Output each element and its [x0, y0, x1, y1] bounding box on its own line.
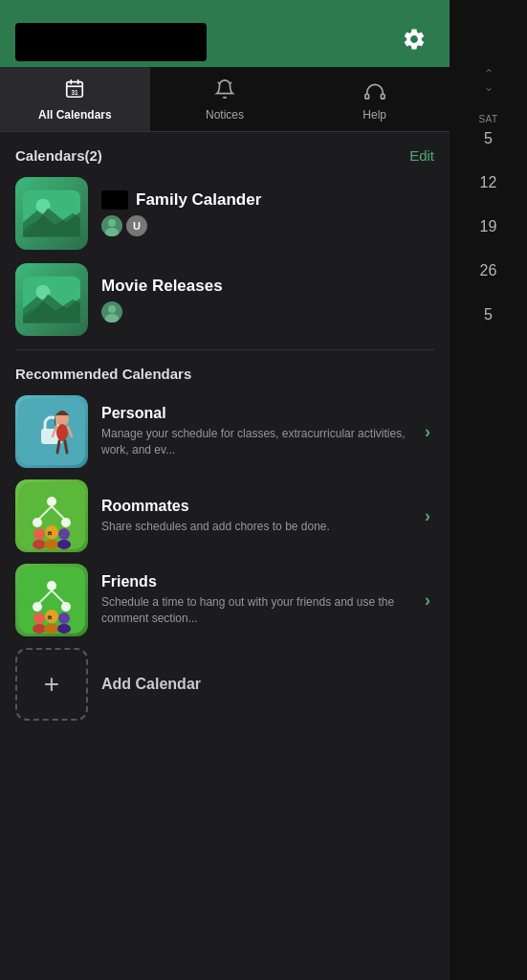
rec-item-friends[interactable]: Friends Schedule a time to hang out with… [15, 564, 434, 636]
tab-notices[interactable]: Notices [150, 67, 300, 131]
svg-point-36 [61, 518, 71, 527]
personal-info: Personal Manage your schedule for classe… [101, 405, 411, 458]
friends-title: Friends [101, 573, 411, 590]
svg-point-41 [58, 528, 70, 540]
avatar-user1 [101, 215, 122, 236]
svg-line-31 [57, 441, 59, 453]
svg-point-46 [47, 581, 56, 590]
calendars-section-header: Calendars(2) Edit [15, 147, 434, 164]
day-12: 12 [480, 174, 497, 191]
gear-icon [402, 27, 427, 52]
svg-point-52 [45, 610, 58, 623]
day-5-first: 5 [484, 130, 493, 147]
tab-notices-label: Notices [206, 108, 244, 122]
svg-line-6 [231, 82, 232, 84]
roommates-title: Roommates [101, 498, 411, 515]
friends-desc: Schedule a time to hang out with your fr… [101, 594, 411, 627]
family-calendar-name: Family Calander [101, 190, 434, 210]
movies-calendar-info: Movie Releases [101, 277, 434, 323]
sat-label: SAT [478, 114, 497, 124]
roommates-desc: Share schedules and add chores to be don… [101, 519, 411, 535]
svg-line-5 [218, 82, 220, 84]
avatar-user2: U [126, 215, 147, 236]
svg-text:31: 31 [72, 89, 79, 96]
tab-all-calendars[interactable]: 31 All Calendars [0, 67, 150, 131]
family-calendar-info: Family Calander U [101, 190, 434, 236]
svg-point-47 [33, 602, 42, 612]
chevron-up-icon: ⌃ [484, 67, 494, 80]
family-calendar-thumb [15, 177, 88, 250]
family-calendar-avatars: U [101, 215, 434, 236]
svg-point-56 [57, 624, 71, 634]
notices-icon [214, 78, 235, 104]
calendar-icon: 31 [64, 78, 85, 104]
personal-thumb [15, 395, 88, 468]
friends-info: Friends Schedule a time to hang out with… [101, 573, 411, 627]
svg-point-55 [44, 624, 59, 634]
movies-calendar-name: Movie Releases [101, 277, 434, 296]
svg-point-42 [33, 540, 46, 549]
family-calendar-black-bar [101, 190, 128, 210]
content-area: Calendars(2) Edit Family Calander [0, 132, 450, 980]
roommates-chevron-icon: › [425, 506, 430, 526]
movies-calendar-thumb [15, 263, 88, 336]
tab-all-calendars-label: All Calendars [38, 108, 112, 122]
roommates-thumb [15, 479, 88, 552]
edit-button[interactable]: Edit [409, 147, 434, 164]
add-calendar-item[interactable]: + Add Calendar [15, 648, 434, 721]
svg-point-23 [108, 305, 116, 313]
svg-point-44 [57, 540, 71, 549]
settings-button[interactable] [394, 19, 434, 62]
avatar-movies-user1 [101, 301, 122, 323]
personal-title: Personal [101, 405, 411, 422]
section-divider [15, 349, 434, 350]
right-sidebar: ⌃ ⌄ SAT 5 12 19 26 5 [450, 0, 527, 980]
day-5-second: 5 [484, 306, 493, 323]
tab-bar: 31 All Calendars Notices [0, 67, 450, 132]
svg-point-40 [45, 525, 58, 539]
header [0, 0, 450, 67]
svg-point-15 [108, 219, 116, 227]
svg-point-51 [33, 612, 45, 624]
svg-rect-7 [365, 95, 369, 100]
svg-rect-8 [381, 95, 384, 100]
day-26: 26 [480, 262, 497, 279]
svg-point-48 [61, 602, 71, 612]
header-logo-bar [15, 23, 207, 61]
svg-point-34 [47, 497, 56, 506]
roommates-info: Roommates Share schedules and add chores… [101, 498, 411, 535]
svg-point-54 [33, 624, 46, 634]
movies-calendar-avatars [101, 301, 434, 323]
tab-help-label: Help [362, 108, 386, 122]
svg-rect-33 [18, 482, 85, 549]
friends-thumb [15, 564, 88, 636]
add-calendar-label: Add Calendar [101, 676, 201, 693]
help-icon [364, 78, 385, 104]
svg-point-39 [33, 528, 45, 540]
svg-point-53 [58, 612, 70, 624]
rec-item-roommates[interactable]: Roommates Share schedules and add chores… [15, 479, 434, 552]
svg-point-28 [56, 424, 68, 441]
svg-point-35 [33, 518, 42, 527]
chevron-down-icon: ⌄ [484, 80, 494, 94]
add-calendar-thumb: + [15, 648, 88, 721]
day-19: 19 [480, 218, 497, 235]
family-calendar-title: Family Calander [136, 190, 261, 210]
calendars-section-title: Calendars(2) [15, 147, 102, 164]
recommended-section-title: Recommended Calendars [15, 366, 434, 382]
svg-rect-45 [18, 567, 85, 634]
add-plus-icon: + [44, 669, 59, 700]
friends-chevron-icon: › [425, 590, 430, 611]
svg-line-32 [65, 441, 67, 453]
svg-point-43 [44, 540, 59, 549]
chevron-area: ⌃ ⌄ [484, 67, 494, 95]
personal-chevron-icon: › [425, 422, 430, 442]
personal-desc: Manage your schedule for classes, extrac… [101, 426, 411, 458]
rec-item-personal[interactable]: Personal Manage your schedule for classe… [15, 395, 434, 468]
movies-calendar-title: Movie Releases [101, 277, 223, 296]
calendar-item-family[interactable]: Family Calander U [15, 177, 434, 250]
main-panel: 31 All Calendars Notices [0, 0, 450, 980]
tab-help[interactable]: Help [299, 67, 450, 131]
calendar-item-movies[interactable]: Movie Releases [15, 263, 434, 336]
